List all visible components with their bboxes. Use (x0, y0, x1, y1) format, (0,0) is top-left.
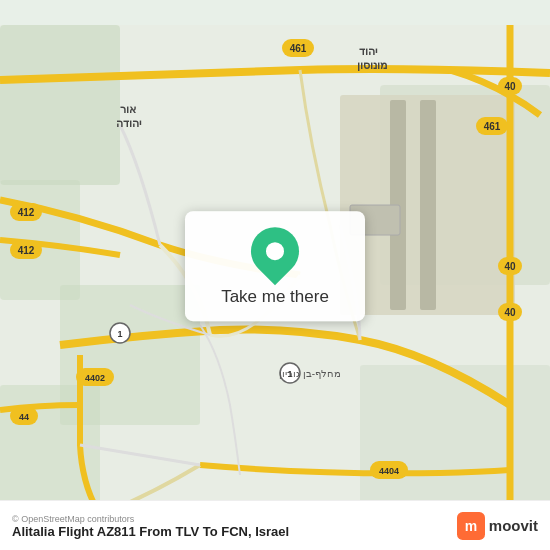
svg-text:מונוסון: מונוסון (357, 59, 387, 71)
svg-text:412: 412 (18, 207, 35, 218)
svg-rect-1 (0, 25, 120, 185)
moovit-logo: m moovit (457, 512, 538, 540)
location-pin-dot (266, 242, 284, 260)
bottom-bar: © OpenStreetMap contributors Alitalia Fl… (0, 500, 550, 550)
svg-text:40: 40 (504, 307, 516, 318)
svg-text:מחלף-בן גוריון: מחלף-בן גוריון (279, 368, 341, 379)
svg-text:4404: 4404 (379, 466, 399, 476)
moovit-icon: m (457, 512, 485, 540)
svg-rect-9 (420, 100, 436, 310)
map-container: 461 461 40 40 40 412 412 1 1 4402 44 440… (0, 0, 550, 550)
bottom-bar-info: © OpenStreetMap contributors Alitalia Fl… (12, 513, 289, 539)
svg-text:40: 40 (504, 261, 516, 272)
location-pin-icon (241, 217, 309, 285)
svg-text:m: m (465, 517, 477, 533)
svg-text:44: 44 (19, 412, 29, 422)
flight-info-title: Alitalia Flight AZ811 From TLV To FCN, I… (12, 524, 289, 539)
popup-card: Take me there (185, 211, 365, 321)
svg-text:461: 461 (484, 121, 501, 132)
moovit-text: moovit (489, 517, 538, 534)
map-attribution: © OpenStreetMap contributors (12, 514, 289, 524)
svg-text:יהוד: יהוד (359, 45, 378, 57)
svg-text:4402: 4402 (85, 373, 105, 383)
svg-text:1: 1 (117, 329, 122, 339)
svg-text:40: 40 (504, 81, 516, 92)
svg-text:412: 412 (18, 245, 35, 256)
svg-text:אור: אור (120, 103, 136, 115)
svg-text:יהודה: יהודה (116, 117, 142, 129)
svg-text:461: 461 (290, 43, 307, 54)
take-me-there-button[interactable]: Take me there (221, 287, 329, 307)
